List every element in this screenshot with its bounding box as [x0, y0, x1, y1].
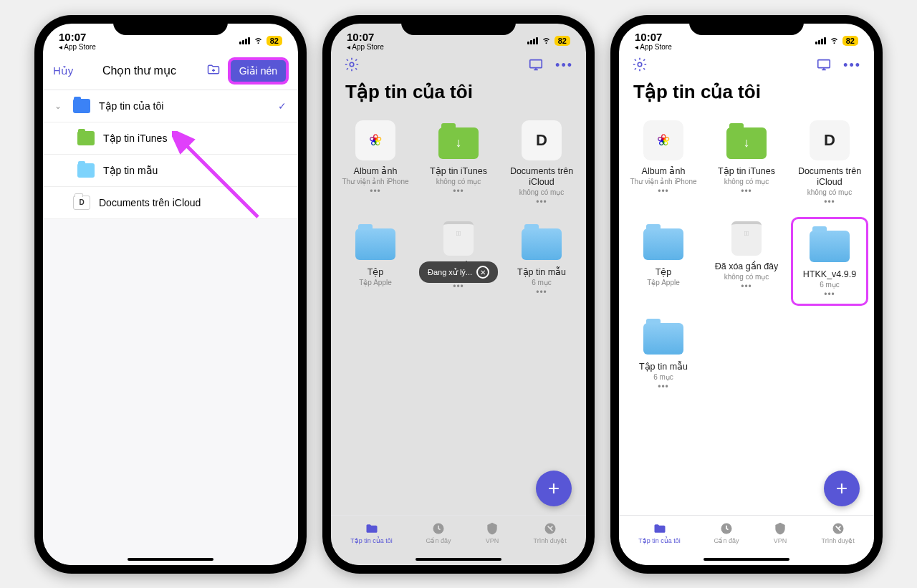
home-indicator[interactable]	[128, 558, 213, 561]
extract-button[interactable]: Giải nén	[229, 58, 288, 84]
header-bar: •••	[619, 52, 874, 78]
tab-vpn[interactable]: VPN	[484, 521, 500, 544]
folder-row-sample[interactable]: Tập tin mẫu	[43, 155, 298, 187]
status-right: 82	[815, 34, 858, 47]
screen-2: 10:07 ◂ App Store 82 ••• Tập tin của tôi…	[331, 24, 586, 565]
folder-label: Documents trên iCloud	[99, 197, 287, 208]
nav-bar: Hủy Chọn thư mục Giải nén	[43, 52, 298, 90]
signal-icon	[527, 37, 538, 44]
chevron-down-icon: ⌄	[54, 101, 64, 111]
folder-download-icon	[726, 127, 767, 159]
status-back-appstore[interactable]: ◂ App Store	[635, 43, 672, 51]
nav-title: Chọn thư mục	[102, 64, 176, 77]
status-back-appstore[interactable]: ◂ App Store	[59, 43, 96, 51]
battery-badge: 82	[842, 36, 858, 46]
grid-item-htkk[interactable]: HTKK_v4.9.96 mục•••	[791, 217, 868, 306]
signal-icon	[239, 37, 250, 44]
tab-recent[interactable]: Gần đây	[714, 521, 739, 544]
desktop-icon[interactable]	[528, 57, 544, 75]
tab-vpn[interactable]: VPN	[772, 521, 788, 544]
documents-icon: D	[810, 120, 850, 160]
notch	[689, 15, 804, 35]
folder-label: Tập tin mẫu	[103, 165, 287, 176]
grid-item-album[interactable]: Album ảnhThư viện ảnh iPhone•••	[625, 116, 702, 211]
documents-icon: D	[73, 196, 90, 210]
file-grid: Album ảnhThư viện ảnh iPhone••• Tập tin …	[619, 109, 874, 403]
apple-folder-icon	[643, 228, 683, 260]
page-title: Tập tin của tôi	[331, 78, 586, 109]
folder-download-icon	[438, 127, 479, 159]
screen-1: 10:07 ◂ App Store 82 Hủy Chọn thư mục Gi…	[43, 24, 298, 565]
grid-item-documents-icloud[interactable]: DDocuments trên iCloudkhông có mục•••	[791, 116, 868, 211]
status-time: 10:07	[347, 31, 384, 43]
status-back-appstore[interactable]: ◂ App Store	[347, 43, 384, 51]
processing-toast: Đang xử lý... ✕	[419, 261, 498, 283]
screen-3: 10:07 ◂ App Store 82 ••• Tập tin của tôi…	[619, 24, 874, 565]
phone-3: 10:07 ◂ App Store 82 ••• Tập tin của tôi…	[610, 15, 883, 574]
more-icon[interactable]: •••	[555, 58, 573, 73]
tab-browser[interactable]: Trình duyệt	[822, 521, 855, 544]
home-indicator[interactable]	[704, 558, 789, 561]
folder-row-myfiles[interactable]: ⌄ Tập tin của tôi ✓	[43, 90, 298, 122]
add-button[interactable]: +	[824, 471, 860, 506]
grid-item-files[interactable]: TệpTệp Apple	[337, 217, 414, 302]
status-time: 10:07	[635, 31, 672, 43]
folder-icon	[77, 163, 95, 178]
folder-label: Tập tin của tôi	[99, 100, 269, 112]
grid-item-album[interactable]: Album ảnhThư viện ảnh iPhone•••	[337, 116, 414, 211]
grid-item-itunes[interactable]: Tập tin iTuneskhông có mục•••	[708, 116, 785, 211]
grid-item-sample[interactable]: Tập tin mẫu6 mục•••	[503, 217, 580, 302]
tab-recent[interactable]: Gần đây	[426, 521, 451, 544]
svg-rect-6	[818, 59, 830, 67]
status-time: 10:07	[59, 31, 96, 43]
cancel-button[interactable]: Hủy	[53, 64, 73, 77]
grid-item-files[interactable]: TệpTệp Apple	[625, 217, 702, 306]
new-folder-icon[interactable]	[206, 62, 221, 79]
grid-item-trash[interactable]: Đã xóa gần đâykhông có mục•••	[420, 217, 497, 302]
battery-badge: 82	[267, 36, 282, 46]
notch	[401, 15, 516, 35]
wifi-icon	[541, 34, 552, 47]
svg-point-5	[638, 62, 642, 67]
apple-folder-icon	[355, 228, 395, 260]
svg-rect-2	[530, 59, 542, 67]
grid-item-itunes[interactable]: Tập tin iTuneskhông có mục•••	[420, 116, 497, 211]
folder-icon	[522, 228, 562, 260]
header-bar: •••	[331, 52, 586, 78]
status-right: 82	[239, 34, 282, 47]
trash-icon	[443, 221, 474, 256]
status-right: 82	[527, 34, 570, 47]
check-icon: ✓	[278, 100, 287, 112]
phone-1: 10:07 ◂ App Store 82 Hủy Chọn thư mục Gi…	[34, 15, 307, 574]
photos-icon	[355, 120, 395, 160]
photos-icon	[643, 120, 683, 160]
svg-point-1	[350, 62, 354, 67]
page-title: Tập tin của tôi	[619, 78, 874, 109]
wifi-icon	[829, 34, 840, 47]
notch	[113, 15, 228, 35]
signal-icon	[815, 37, 826, 44]
settings-icon[interactable]	[344, 57, 360, 75]
folder-label: Tập tin iTunes	[103, 132, 287, 144]
grid-item-sample[interactable]: Tập tin mẫu6 mục•••	[625, 312, 702, 396]
toast-text: Đang xử lý...	[428, 268, 472, 277]
tab-files[interactable]: Tập tin của tôi	[350, 521, 393, 544]
documents-icon: D	[522, 120, 562, 160]
folder-icon	[77, 131, 95, 145]
grid-item-documents-icloud[interactable]: DDocuments trên iCloudkhông có mục•••	[503, 116, 580, 211]
folder-row-itunes[interactable]: Tập tin iTunes	[43, 122, 298, 155]
grid-item-trash[interactable]: Đã xóa gần đâykhông có mục•••	[708, 217, 785, 306]
folder-icon	[643, 323, 683, 355]
more-icon[interactable]: •••	[843, 58, 861, 73]
home-indicator[interactable]	[416, 558, 501, 561]
tab-browser[interactable]: Trình duyệt	[534, 521, 567, 544]
settings-icon[interactable]	[632, 57, 648, 75]
add-button[interactable]: +	[536, 471, 572, 506]
desktop-icon[interactable]	[816, 57, 832, 75]
folder-icon	[73, 99, 90, 113]
tab-files[interactable]: Tập tin của tôi	[638, 521, 681, 544]
toast-close-icon[interactable]: ✕	[476, 266, 489, 279]
phone-2: 10:07 ◂ App Store 82 ••• Tập tin của tôi…	[322, 15, 595, 574]
battery-badge: 82	[554, 36, 570, 46]
folder-row-icloud[interactable]: D Documents trên iCloud	[43, 187, 298, 219]
